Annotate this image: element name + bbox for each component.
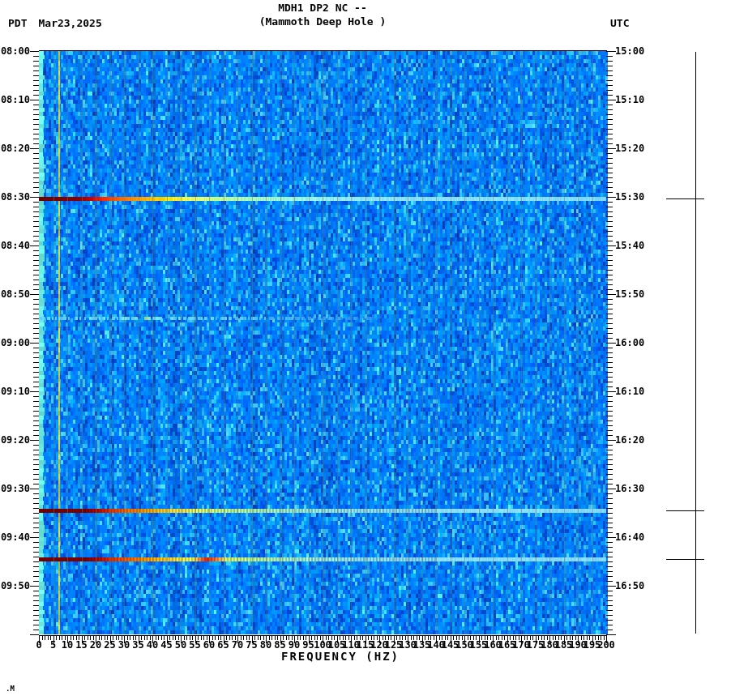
spectrogram-page: 08:0008:1008:2008:3008:4008:5009:0009:10… [0, 0, 731, 700]
plot-subtitle: (Mammoth Deep Hole ) [39, 16, 606, 27]
pdt-time-label: 08:10 [0, 95, 30, 105]
timezone-right-label: UTC [610, 18, 629, 28]
utc-time-label: 16:10 [615, 386, 644, 396]
pdt-time-label: 08:00 [0, 46, 30, 56]
utc-time-label: 16:20 [615, 435, 644, 445]
timezone-left-label: PDT [8, 17, 27, 29]
utc-time-label: 16:50 [615, 581, 644, 591]
pdt-time-label: 09:40 [0, 532, 30, 542]
pdt-time-label: 08:30 [0, 192, 30, 202]
plot-title: MDH1 DP2 NC -- [39, 2, 606, 13]
pdt-time-label: 08:20 [0, 143, 30, 153]
axis-tick-labels: 08:0008:1008:2008:3008:4008:5009:0009:10… [0, 0, 731, 700]
utc-time-label: 16:30 [615, 484, 644, 493]
utc-time-label: 15:00 [615, 46, 644, 56]
utc-time-label: 15:30 [615, 192, 644, 202]
utc-time-label: 15:50 [615, 289, 644, 299]
utc-time-label: 15:20 [615, 143, 644, 153]
x-axis-title: FREQUENCY (HZ) [271, 651, 409, 662]
utc-time-label: 15:10 [615, 95, 644, 105]
utc-time-label: 16:00 [615, 338, 644, 348]
left-timezone-date: PDTMar23,2025 [8, 18, 102, 28]
pdt-time-label: 08:40 [0, 241, 30, 250]
pdt-time-label: 09:30 [0, 484, 30, 493]
pdt-time-label: 09:50 [0, 581, 30, 591]
utc-time-label: 15:40 [615, 241, 644, 250]
pdt-time-label: 09:10 [0, 386, 30, 396]
corner-mark: .M [6, 685, 15, 693]
pdt-time-label: 08:50 [0, 289, 30, 299]
utc-time-label: 16:40 [615, 532, 644, 542]
freq-tick-label: 200 [590, 640, 622, 650]
date-label: Mar23,2025 [38, 17, 101, 29]
pdt-time-label: 09:00 [0, 338, 30, 348]
pdt-time-label: 09:20 [0, 435, 30, 445]
